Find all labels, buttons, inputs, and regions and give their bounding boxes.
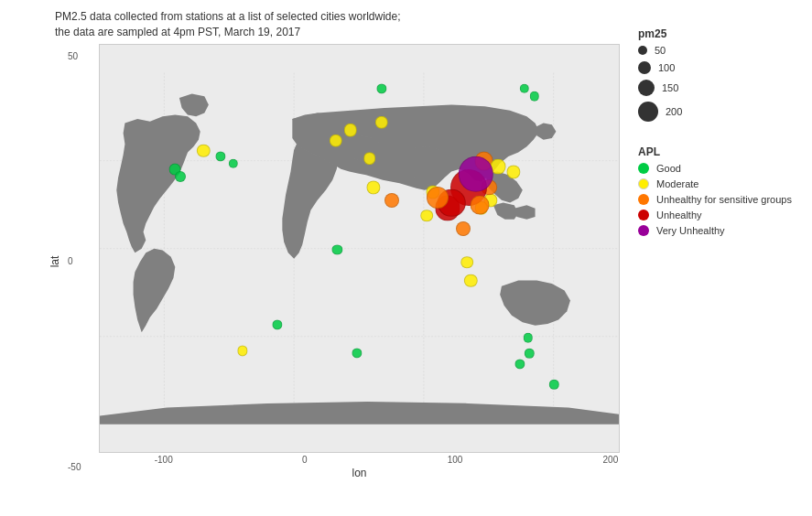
very-unhealthy-dot xyxy=(638,225,649,236)
apl-moderate: Moderate xyxy=(638,178,803,189)
pm25-size-150: 150 xyxy=(638,80,803,96)
good-dot xyxy=(638,163,649,174)
pm25-circle-50 xyxy=(638,46,647,55)
good-label: Good xyxy=(656,163,681,174)
pm25-label-150: 150 xyxy=(662,82,678,93)
unhealthy-label: Unhealthy xyxy=(656,210,702,220)
apl-good: Good xyxy=(638,163,803,174)
pm25-label-200: 200 xyxy=(666,106,682,117)
y-tick-50: 50 xyxy=(68,51,86,61)
x-tick-100: 100 xyxy=(448,455,463,465)
main-container: PM2.5 data collected from stations at a … xyxy=(0,0,812,516)
x-axis-label: lon xyxy=(90,467,629,479)
pm25-legend-title: pm25 xyxy=(638,27,803,40)
very-unhealthy-label: Very Unhealthy xyxy=(656,225,725,236)
apl-unhealthy: Unhealthy xyxy=(638,210,803,220)
pm25-label-50: 50 xyxy=(655,45,666,56)
apl-unhealthy-sensitive: Unhealthy for sensitive groups xyxy=(638,194,803,205)
x-tick-200: 200 xyxy=(603,455,619,465)
pm25-size-200: 200 xyxy=(638,102,803,122)
apl-legend-section: APL Good Moderate Unhealthy for sensitiv… xyxy=(638,145,803,241)
pm25-circle-100 xyxy=(638,61,651,74)
pm25-circle-200 xyxy=(638,102,658,122)
unhealthy-dot xyxy=(638,210,649,220)
pm25-size-50: 50 xyxy=(638,45,803,56)
unhealthy-sensitive-dot xyxy=(638,194,649,205)
unhealthy-sensitive-label: Unhealthy for sensitive groups xyxy=(656,194,792,205)
apl-very-unhealthy: Very Unhealthy xyxy=(638,225,803,236)
chart-area: PM2.5 data collected from stations at a … xyxy=(0,0,629,516)
map-container xyxy=(99,44,620,453)
pm25-size-100: 100 xyxy=(638,61,803,74)
y-axis-label: lat xyxy=(49,253,61,271)
chart-title: PM2.5 data collected from stations at a … xyxy=(46,9,629,40)
x-tick-0: 0 xyxy=(302,455,308,465)
moderate-dot xyxy=(638,178,649,189)
y-tick-n50: -50 xyxy=(68,462,86,472)
moderate-label: Moderate xyxy=(656,178,698,189)
y-tick-0: 0 xyxy=(68,256,86,266)
x-tick-n100: -100 xyxy=(155,455,173,465)
pm25-label-100: 100 xyxy=(658,62,675,73)
apl-legend-title: APL xyxy=(638,145,803,158)
legend-area: pm25 50 100 150 200 APL Good xyxy=(629,0,812,516)
pm25-legend-section: pm25 50 100 150 200 xyxy=(638,27,803,127)
pm25-circle-150 xyxy=(638,80,655,96)
